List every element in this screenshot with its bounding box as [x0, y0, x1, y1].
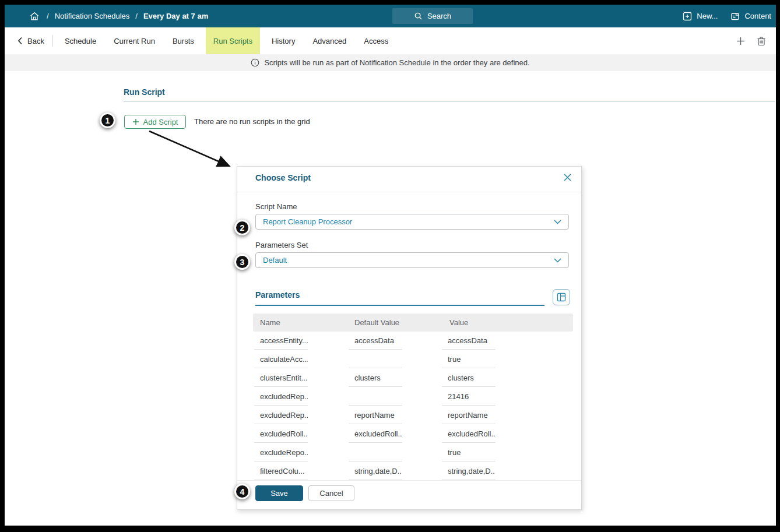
- tab-bursts[interactable]: Bursts: [167, 27, 200, 54]
- section-divider: [124, 101, 775, 101]
- annotation-badge-2: 2: [234, 220, 250, 235]
- back-label: Back: [27, 37, 44, 45]
- search-input[interactable]: Search: [392, 8, 473, 24]
- info-icon: [251, 58, 259, 67]
- cancel-button[interactable]: Cancel: [308, 485, 354, 501]
- param-default-cell[interactable]: accessData: [349, 332, 402, 350]
- add-script-label: Add Script: [143, 118, 178, 126]
- annotation-badge-4: 4: [234, 484, 250, 499]
- param-default-cell[interactable]: reportName: [349, 406, 402, 424]
- param-value-cell[interactable]: true: [442, 443, 496, 461]
- table-row: clustersEntit... clusters clusters: [253, 369, 573, 387]
- app-window: / Notification Schedules / Every Day at …: [5, 5, 776, 526]
- annotation-arrow: [145, 128, 237, 172]
- param-name-cell: excludedRoll...: [254, 425, 308, 443]
- param-value-cell[interactable]: string,date,D...: [442, 462, 496, 480]
- param-default-cell[interactable]: [349, 443, 402, 461]
- param-default-cell[interactable]: clusters: [349, 369, 402, 387]
- param-name-cell: accessEntity...: [254, 332, 308, 350]
- param-name-cell: excludedRep...: [254, 406, 308, 424]
- chevron-down-icon: [554, 220, 561, 224]
- table-row: filteredColu... string,date,D... string,…: [253, 462, 573, 480]
- param-default-cell[interactable]: string,date,D...: [349, 462, 402, 480]
- tab-access[interactable]: Access: [358, 27, 394, 54]
- script-name-select[interactable]: Report Cleanup Processor: [255, 214, 569, 230]
- tab-divider: [52, 35, 53, 47]
- breadcrumb-section[interactable]: Notification Schedules: [55, 12, 130, 20]
- tab-label: Schedule: [65, 37, 96, 45]
- home-icon[interactable]: [28, 10, 41, 23]
- screenshot-frame: / Notification Schedules / Every Day at …: [0, 0, 780, 532]
- param-name-cell: calculateAcc...: [254, 350, 308, 368]
- tab-label: Run Scripts: [213, 37, 252, 45]
- breadcrumb-separator: /: [47, 12, 49, 20]
- breadcrumb-separator: /: [135, 12, 138, 20]
- column-header-name: Name: [260, 313, 280, 332]
- parameters-set-select[interactable]: Default: [255, 252, 569, 268]
- breadcrumb: / Notification Schedules / Every Day at …: [5, 10, 208, 23]
- parameters-set-value: Default: [263, 256, 287, 265]
- chevron-down-icon: [554, 258, 561, 263]
- param-default-cell[interactable]: excludedRoll...: [349, 425, 402, 443]
- footer-divider: [237, 480, 581, 481]
- script-name-value: Report Cleanup Processor: [263, 217, 352, 226]
- save-button[interactable]: Save: [255, 485, 303, 501]
- content-icon: [730, 12, 740, 21]
- info-banner-text: Scripts will be run as part of Notificat…: [264, 58, 529, 67]
- new-button-label: New...: [697, 12, 718, 20]
- table-row: calculateAcc... true: [253, 350, 573, 369]
- param-default-cell[interactable]: [349, 387, 402, 406]
- param-value-cell[interactable]: clusters: [442, 369, 496, 387]
- param-name-cell: excludedRep...: [254, 387, 308, 406]
- script-name-label: Script Name: [255, 202, 297, 211]
- param-value-cell[interactable]: reportName: [442, 406, 496, 424]
- search-placeholder: Search: [427, 12, 451, 20]
- table-row: excludedRep... reportName reportName: [253, 406, 573, 425]
- table-body: accessEntity... accessData accessData ca…: [253, 332, 573, 480]
- parameters-title: Parameters: [255, 290, 300, 300]
- tab-schedule[interactable]: Schedule: [59, 27, 102, 54]
- delete-button[interactable]: [755, 34, 768, 47]
- table-row: excludedRoll... excludedRoll... excluded…: [253, 425, 573, 443]
- parameters-divider: [255, 305, 544, 306]
- tab-label: Advanced: [312, 37, 346, 45]
- modal-title: Choose Script: [255, 173, 311, 182]
- table-layout-icon: [557, 293, 566, 302]
- close-icon[interactable]: [563, 172, 572, 182]
- tab-advanced[interactable]: Advanced: [307, 27, 352, 54]
- tab-history[interactable]: History: [266, 27, 301, 54]
- annotation-badge-1: 1: [100, 112, 115, 128]
- empty-grid-message: There are no run scripts in the grid: [194, 115, 310, 129]
- content-button-label: Content: [744, 12, 771, 20]
- tab-bar: Back Schedule Current Run Bursts Run Scr…: [5, 27, 776, 54]
- add-script-button[interactable]: Add Script: [124, 115, 186, 129]
- table-row: excludeRepo... true: [253, 443, 573, 462]
- new-plus-icon: [683, 12, 692, 21]
- new-button[interactable]: New...: [683, 12, 718, 21]
- choose-script-modal: Choose Script Script Name Report Cleanup…: [237, 166, 582, 510]
- param-default-cell[interactable]: [349, 350, 402, 368]
- table-row: accessEntity... accessData accessData: [253, 332, 573, 350]
- header-actions: New... Content: [683, 5, 773, 27]
- param-name-cell: excludeRepo...: [254, 443, 308, 461]
- add-tab-button[interactable]: [734, 34, 747, 47]
- back-button[interactable]: Back: [5, 27, 52, 54]
- content-button[interactable]: Content: [730, 12, 771, 21]
- tab-run-scripts[interactable]: Run Scripts: [206, 27, 260, 54]
- param-value-cell[interactable]: excludedRoll...: [442, 425, 496, 443]
- table-header-row: Name Default Value Value: [253, 313, 573, 332]
- param-value-cell[interactable]: 21416: [442, 387, 496, 406]
- param-value-cell[interactable]: true: [442, 350, 496, 368]
- breadcrumb-current: Every Day at 7 am: [143, 12, 208, 20]
- info-banner: Scripts will be run as part of Notificat…: [5, 54, 776, 71]
- tab-label: Current Run: [114, 37, 155, 45]
- tab-label: History: [272, 37, 295, 45]
- column-header-value: Value: [449, 313, 468, 332]
- table-row: excludedRep... 21416: [253, 387, 573, 406]
- modal-divider: [237, 192, 581, 192]
- grid-view-button[interactable]: [553, 289, 570, 305]
- parameters-table: Name Default Value Value accessEntity...…: [253, 313, 573, 480]
- tab-current-run[interactable]: Current Run: [108, 27, 161, 54]
- app-header: / Notification Schedules / Every Day at …: [5, 5, 776, 27]
- param-value-cell[interactable]: accessData: [442, 332, 496, 350]
